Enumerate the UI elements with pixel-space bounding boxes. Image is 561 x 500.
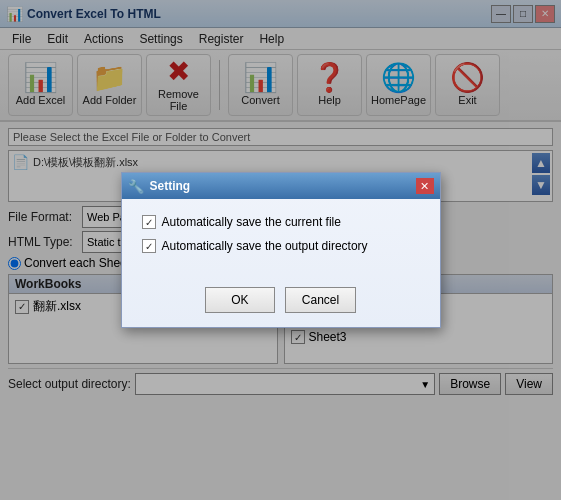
modal-option-label-1: Automatically save the output directory bbox=[162, 239, 368, 253]
modal-option-0: Automatically save the current file bbox=[142, 215, 420, 229]
modal-ok-button[interactable]: OK bbox=[205, 287, 275, 313]
modal-icon: 🔧 bbox=[128, 179, 144, 194]
modal-checkbox-1[interactable] bbox=[142, 239, 156, 253]
modal-checkbox-0[interactable] bbox=[142, 215, 156, 229]
setting-modal: 🔧 Setting ✕ Automatically save the curre… bbox=[121, 172, 441, 328]
modal-option-1: Automatically save the output directory bbox=[142, 239, 420, 253]
modal-title-bar: 🔧 Setting ✕ bbox=[122, 173, 440, 199]
modal-body: Automatically save the current file Auto… bbox=[122, 199, 440, 279]
modal-close-button[interactable]: ✕ bbox=[416, 178, 434, 194]
modal-title: Setting bbox=[150, 179, 416, 193]
modal-footer: OK Cancel bbox=[122, 279, 440, 327]
modal-overlay: 🔧 Setting ✕ Automatically save the curre… bbox=[0, 0, 561, 500]
modal-option-label-0: Automatically save the current file bbox=[162, 215, 341, 229]
modal-cancel-button[interactable]: Cancel bbox=[285, 287, 356, 313]
